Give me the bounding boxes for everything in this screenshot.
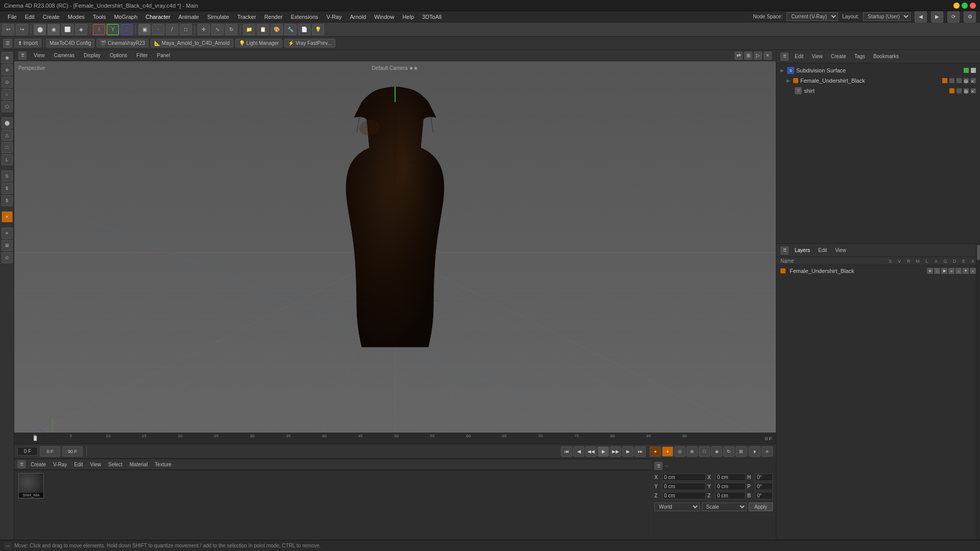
timeline-btn[interactable]: 📋 <box>257 24 269 35</box>
layers-tab-layers[interactable]: Layers <box>793 246 812 254</box>
b-input[interactable] <box>755 492 773 499</box>
render-mode-7[interactable]: ↻ <box>723 446 734 457</box>
vp-menu-cameras[interactable]: Cameras <box>52 52 77 59</box>
left-tool-3[interactable]: ⊙ <box>2 77 13 88</box>
layer-expr-btn[interactable]: ✦ <box>963 268 969 274</box>
layout-btn-3[interactable]: ⟳ <box>947 11 960 22</box>
scene-hamburger[interactable]: ☰ <box>780 53 789 61</box>
menu-window[interactable]: Window <box>371 13 398 21</box>
viewport[interactable]: ☰ View Cameras Display Options Filter Pa… <box>14 50 776 433</box>
close-button[interactable] <box>970 3 976 9</box>
vp-menu-panel[interactable]: Panel <box>155 52 173 59</box>
step-back-btn[interactable]: ◀ <box>573 446 584 457</box>
layer-gen-btn[interactable]: ≡ <box>948 268 954 274</box>
play-btn[interactable]: ▶ <box>598 446 609 457</box>
x-size-input[interactable] <box>715 473 746 481</box>
menu-3dtoall[interactable]: 3DToAll <box>419 13 445 21</box>
plugin-maya-arnold[interactable]: 📐 Maya_Arnold_to_C4D_Arnold <box>151 39 233 47</box>
polys-btn[interactable]: □ <box>180 24 192 35</box>
left-tool-15[interactable]: ⊞ <box>2 240 13 251</box>
left-tool-12[interactable]: $ <box>2 195 13 206</box>
mesh-x[interactable]: × <box>971 88 976 93</box>
layers-tab-view[interactable]: View <box>833 246 848 254</box>
subdiv-visible-btn[interactable] <box>964 68 969 73</box>
vp-hamburger[interactable]: ☰ <box>18 52 27 60</box>
left-tool-2[interactable]: ⊕ <box>2 64 13 76</box>
left-tool-7[interactable]: △ <box>2 130 13 141</box>
left-tool-4[interactable]: ○ <box>2 89 13 100</box>
y-size-input[interactable] <box>715 483 746 490</box>
left-tool-9[interactable]: L <box>2 154 13 165</box>
render-mode-8[interactable]: ⊞ <box>736 446 747 457</box>
vp-menu-filter[interactable]: Filter <box>134 52 150 59</box>
vp-close-btn[interactable]: × <box>764 52 772 60</box>
menu-arnold[interactable]: Arnold <box>347 13 370 21</box>
vp-fullscreen-btn[interactable]: ⊞ <box>744 52 752 60</box>
vp-menu-view[interactable]: View <box>32 52 47 59</box>
mesh-vis[interactable] <box>957 88 962 93</box>
console-btn[interactable]: 💡 <box>312 24 324 35</box>
rotate-z-btn[interactable]: Z <box>120 24 133 35</box>
scene-tab-bookmarks[interactable]: Bookmarks <box>871 53 901 60</box>
world-select[interactable]: World <box>654 503 700 511</box>
coord-hamburger[interactable]: ☰ <box>654 462 663 470</box>
scrollbar-thumb[interactable] <box>977 245 980 260</box>
mat-hamburger[interactable]: ☰ <box>17 460 26 468</box>
undo-btn[interactable]: ↩ <box>2 24 14 35</box>
y-pos-input[interactable] <box>662 483 706 490</box>
tree-item-shirt-mesh[interactable]: ▽ shirt ⊕ × <box>776 86 980 96</box>
z-pos-input[interactable] <box>662 492 706 499</box>
layer-anim-btn[interactable]: ▶ <box>941 268 947 274</box>
layer-row-shirt[interactable]: Female_Undershirt_Black 👁 □ ▶ ≡ ⌂ ✦ × <box>776 265 980 277</box>
menu-animate[interactable]: Animate <box>175 13 203 21</box>
mat-menu-select[interactable]: Select <box>106 461 125 468</box>
rotate-btn[interactable]: ↻ <box>225 24 237 35</box>
left-tool-11[interactable]: $ <box>2 183 13 194</box>
left-tool-10[interactable]: S <box>2 170 13 182</box>
edges-btn[interactable]: / <box>166 24 178 35</box>
node-space-select[interactable]: Current (V-Ray) <box>787 12 838 21</box>
menu-help[interactable]: Help <box>399 13 418 21</box>
left-tool-13[interactable]: ✦ <box>2 211 13 222</box>
tree-item-shirt-obj[interactable]: ▶ Female_Undershirt_Black ⊕ × <box>776 76 980 86</box>
frame-start-input[interactable]: 0 F <box>40 446 60 457</box>
menu-vray[interactable]: V-Ray <box>323 13 346 21</box>
vp-sync-btn[interactable]: ⇄ <box>734 52 743 60</box>
layers-tab-edit[interactable]: Edit <box>816 246 829 254</box>
vp-menu-options[interactable]: Options <box>108 52 129 59</box>
left-tool-5[interactable]: ⬡ <box>2 101 13 112</box>
render-mode-1[interactable]: ● <box>650 446 661 457</box>
tree-item-subdivision[interactable]: ▶ S Subdivision Surface ✓ <box>776 65 980 76</box>
menu-simulate[interactable]: Simulate <box>204 13 233 21</box>
material-btn[interactable]: 🎨 <box>271 24 283 35</box>
rotate-y-btn[interactable]: Y <box>107 24 119 35</box>
scale-select[interactable]: Scale <box>702 503 747 511</box>
h-input[interactable] <box>755 473 773 481</box>
hamburger-icon[interactable]: ☰ <box>3 39 12 48</box>
step-fwd-btn[interactable]: ▶ <box>622 446 633 457</box>
shirt-render-btn[interactable]: ⊕ <box>964 78 969 83</box>
menu-render[interactable]: Render <box>261 13 286 21</box>
maximize-button[interactable] <box>962 3 968 9</box>
render-settings-btn[interactable]: ◈ <box>75 24 87 35</box>
mesh-color[interactable] <box>949 88 954 93</box>
current-frame-display[interactable]: 0 F <box>17 447 38 456</box>
mesh-check[interactable]: ⊕ <box>964 88 969 93</box>
scene-tab-tags[interactable]: Tags <box>852 53 867 60</box>
plugin-import[interactable]: ⬆ Import <box>14 39 41 47</box>
anim-btn-2[interactable]: ≡ <box>762 446 773 457</box>
left-tool-1[interactable]: ◉ <box>2 52 13 63</box>
menu-create[interactable]: Create <box>39 13 63 21</box>
model-btn[interactable]: ▣ <box>138 24 151 35</box>
plugin-vray-fastprev[interactable]: ⚡ Vray FastPrev... <box>284 39 335 47</box>
subdiv-check[interactable]: ✓ <box>971 68 976 73</box>
left-tool-16[interactable]: ⊙ <box>2 252 13 263</box>
minimize-button[interactable] <box>953 3 960 9</box>
left-tool-6[interactable]: ⬤ <box>2 117 13 129</box>
goto-start-btn[interactable]: ⏮ <box>561 446 572 457</box>
shirt-x-btn[interactable]: × <box>971 78 976 83</box>
plugin-cinema-vray[interactable]: 🎬 CinemaVrayR23 <box>96 39 149 47</box>
timeline-ruler[interactable]: 0 5 10 15 20 25 30 35 40 45 50 55 60 65 <box>14 433 776 444</box>
redo-btn[interactable]: ↪ <box>16 24 28 35</box>
layer-deform-btn[interactable]: ⌂ <box>955 268 962 274</box>
